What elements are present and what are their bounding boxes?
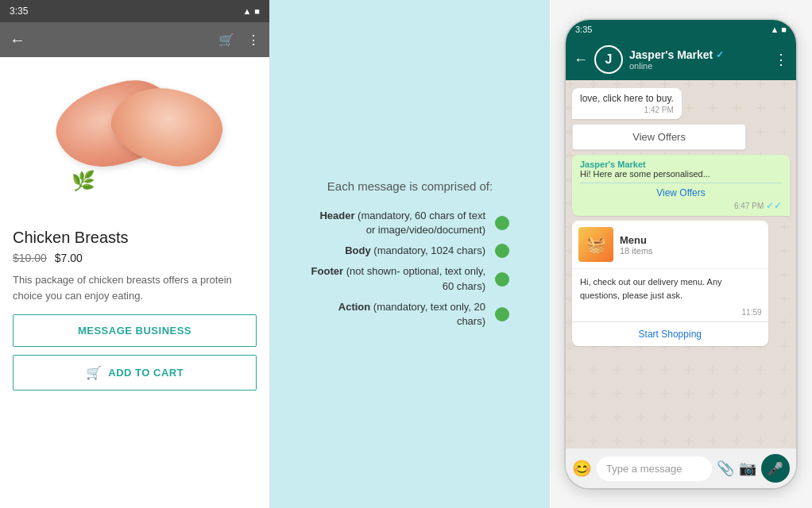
diagram-text-footer: Footer (not shown- optional, text only, …	[311, 264, 485, 293]
wa-contact-name: Jasper's Market ✓	[629, 48, 768, 61]
app-status-bar: 3:35 ▲ ■	[0, 0, 269, 22]
wa-contact-name-text: Jasper's Market	[629, 48, 713, 61]
cart-icon[interactable]: 🛒	[218, 33, 234, 48]
diagram-item-action: Action (mandatory, text only, 20 chars)	[311, 300, 509, 329]
wa-avatar: J	[594, 45, 623, 74]
template-time: 11:59	[742, 308, 762, 317]
action-detail: (mandatory, text only, 20 chars)	[373, 301, 485, 327]
mic-icon: 🎤	[768, 461, 783, 476]
phone-signal-icons: ▲ ■	[770, 25, 787, 34]
middle-panel: Each message is comprised of: Header (ma…	[270, 0, 550, 508]
view-offers-button-received[interactable]: View Offers	[572, 124, 746, 150]
body-label: Body	[345, 244, 371, 256]
right-panel: 3:35 ▲ ■ ← J Jasper's Market ✓ online ⋮ …	[550, 0, 812, 508]
price-new: $7.00	[55, 252, 83, 264]
battery-icon: ■	[254, 6, 260, 16]
phone-mockup: 3:35 ▲ ■ ← J Jasper's Market ✓ online ⋮ …	[566, 20, 796, 488]
template-subtitle: 18 items	[620, 246, 653, 256]
diagram-text-header: Header (mandatory, 60 chars of text or i…	[311, 209, 485, 237]
sent-checkmarks: ✓✓	[766, 200, 782, 211]
footer-detail: (not shown- optional, text only, 60 char…	[346, 265, 485, 291]
msg-received-1-time: 1:42 PM	[580, 106, 674, 114]
add-to-cart-button[interactable]: 🛒 ADD TO CART	[13, 355, 257, 391]
camera-button[interactable]: 📷	[739, 460, 756, 477]
action-label: Action	[338, 301, 370, 313]
message-business-button[interactable]: MESSAGE BUSINESS	[13, 314, 257, 347]
wa-contact-info: Jasper's Market ✓ online	[629, 48, 768, 71]
msg-sent-jasper: Jasper's Market Hi! Here are some person…	[572, 155, 790, 216]
footer-label: Footer	[311, 265, 343, 277]
template-header-text: Menu 18 items	[620, 234, 653, 256]
left-panel: 3:35 ▲ ■ ← 🛒 ⋮ 🌿 Chicken Breasts $10.00 …	[0, 0, 270, 508]
header-label: Header	[319, 210, 354, 221]
app-toolbar: ← 🛒 ⋮	[0, 22, 269, 57]
msg-received-1: love, click here to buy. 1:42 PM	[572, 88, 682, 119]
mic-button[interactable]: 🎤	[761, 454, 790, 483]
header-dot	[495, 216, 509, 230]
cart-icon-btn: 🛒	[86, 365, 102, 380]
template-card: 🧺 Menu 18 items Hi, check out our delive…	[572, 221, 768, 346]
product-description: This package of chicken breasts offers a…	[13, 272, 257, 303]
attach-button[interactable]: 📎	[717, 460, 734, 477]
status-time: 3:35	[10, 6, 28, 17]
verified-badge: ✓	[716, 49, 724, 60]
header-detail: (mandatory, 60 chars of text or image/vi…	[358, 210, 485, 236]
template-action-button[interactable]: Start Shopping	[572, 321, 768, 346]
wa-toolbar: ← J Jasper's Market ✓ online ⋮	[566, 39, 796, 80]
product-info: Chicken Breasts $10.00 $7.00 This packag…	[0, 216, 269, 508]
diagram-items: Header (mandatory, 60 chars of text or i…	[311, 209, 509, 329]
template-header: 🧺 Menu 18 items	[572, 221, 768, 269]
back-button[interactable]: ←	[10, 31, 25, 49]
diagram-item-footer: Footer (not shown- optional, text only, …	[311, 264, 509, 293]
herb-decoration: 🌿	[72, 170, 95, 192]
phone-status-bar: 3:35 ▲ ■	[566, 20, 796, 39]
body-detail: (mandatory, 1024 chars)	[373, 244, 485, 256]
phone-time: 3:35	[575, 25, 592, 34]
diagram-item-body: Body (mandatory, 1024 chars)	[311, 244, 509, 258]
template-title: Menu	[620, 234, 653, 246]
body-dot	[495, 244, 509, 258]
emoji-button[interactable]: 😊	[572, 459, 592, 478]
wa-chat-area: love, click here to buy. 1:42 PM View Of…	[566, 80, 796, 448]
template-img: 🧺	[578, 227, 613, 262]
wa-online-status: online	[629, 61, 768, 71]
price-old: $10.00	[13, 252, 47, 264]
wa-menu-icon[interactable]: ⋮	[774, 51, 788, 68]
menu-icon[interactable]: ⋮	[247, 33, 260, 48]
sent-title: Jasper's Market	[580, 160, 782, 169]
wa-back-button[interactable]: ←	[574, 52, 588, 68]
product-price-row: $10.00 $7.00	[13, 252, 257, 264]
sent-view-offers-btn[interactable]: View Offers	[580, 183, 782, 198]
signal-icon: ▲	[242, 6, 251, 16]
sent-time: 6:47 PM ✓✓	[580, 200, 782, 211]
wa-input-bar: 😊 Type a message 📎 📷 🎤	[566, 448, 796, 488]
chicken-illustration: 🌿	[32, 69, 238, 204]
status-icons: ▲ ■	[242, 6, 260, 16]
sent-body-text: Hi! Here are some personalised...	[580, 169, 782, 179]
action-dot	[495, 307, 509, 321]
diagram-item-header: Header (mandatory, 60 chars of text or i…	[311, 209, 509, 237]
template-time-row: 11:59	[572, 308, 768, 321]
product-title: Chicken Breasts	[13, 229, 257, 247]
product-image-area: 🌿	[0, 57, 269, 216]
footer-dot	[495, 272, 509, 287]
wa-text-input[interactable]: Type a message	[597, 456, 712, 481]
template-body: Hi, check out our delivery menu. Any que…	[572, 269, 768, 308]
wa-avatar-letter: J	[596, 47, 621, 72]
diagram-text-body: Body (mandatory, 1024 chars)	[345, 244, 485, 258]
diagram-title: Each message is comprised of:	[327, 179, 493, 193]
toolbar-icons: 🛒 ⋮	[218, 33, 260, 48]
msg-received-1-text: love, click here to buy.	[580, 93, 674, 104]
diagram-text-action: Action (mandatory, text only, 20 chars)	[311, 300, 485, 329]
add-to-cart-label: ADD TO CART	[108, 367, 184, 379]
